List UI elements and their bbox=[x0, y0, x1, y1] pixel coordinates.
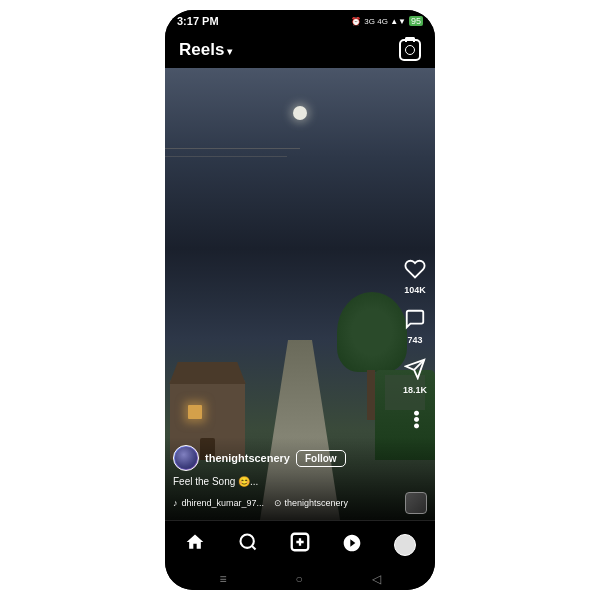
add-icon bbox=[289, 531, 311, 558]
moon-element bbox=[293, 106, 307, 120]
chevron-down-icon: ▾ bbox=[227, 46, 232, 57]
status-icons: ⏰ 3G 4G ▲▼ 95 bbox=[351, 16, 423, 26]
nav-reels[interactable] bbox=[326, 533, 378, 557]
share-count: 18.1K bbox=[403, 385, 427, 395]
comment-count: 743 bbox=[407, 335, 422, 345]
system-nav-bar: ≡ ○ ◁ bbox=[165, 568, 435, 590]
top-nav: Reels ▾ bbox=[165, 32, 435, 68]
svg-point-2 bbox=[240, 535, 253, 548]
home-icon bbox=[185, 532, 205, 557]
bottom-nav bbox=[165, 520, 435, 568]
heart-icon bbox=[401, 255, 429, 283]
more-action[interactable]: ••• bbox=[406, 405, 425, 430]
video-area[interactable]: 104K 743 18.1K bbox=[165, 68, 435, 520]
user-row: thenightscenery Follow bbox=[173, 445, 427, 471]
wire-2 bbox=[165, 156, 287, 157]
music-artist: dhirend_kumar_97... bbox=[182, 498, 265, 508]
video-background: 104K 743 18.1K bbox=[165, 68, 435, 520]
house-roof bbox=[165, 362, 250, 384]
username[interactable]: thenightscenery bbox=[205, 452, 290, 464]
nav-search[interactable] bbox=[221, 532, 273, 557]
reels-icon bbox=[342, 533, 362, 557]
comment-action[interactable]: 743 bbox=[401, 305, 429, 345]
reels-title-group[interactable]: Reels ▾ bbox=[179, 40, 232, 60]
music-row: ♪ dhirend_kumar_97... ⊙ thenightscenery bbox=[173, 492, 427, 514]
caption-text: Feel the Song 😊... bbox=[173, 476, 427, 487]
share-action[interactable]: 18.1K bbox=[401, 355, 429, 395]
music-album-art bbox=[405, 492, 427, 514]
home-button[interactable]: ○ bbox=[295, 572, 302, 586]
bottom-overlay: thenightscenery Follow Feel the Song 😊..… bbox=[165, 437, 435, 520]
music-note-icon: ♪ bbox=[173, 498, 178, 508]
nav-home[interactable] bbox=[169, 532, 221, 557]
phone-frame: 3:17 PM ⏰ 3G 4G ▲▼ 95 Reels ▾ bbox=[165, 10, 435, 590]
tree-top bbox=[337, 292, 407, 372]
avatar-image bbox=[175, 447, 197, 469]
comment-icon bbox=[401, 305, 429, 333]
music-secondary-user: ⊙ thenightscenery bbox=[274, 498, 348, 508]
signal-icons: 3G 4G ▲▼ bbox=[364, 17, 406, 26]
share-icon bbox=[401, 355, 429, 383]
menu-button[interactable]: ≡ bbox=[219, 572, 226, 586]
profile-avatar bbox=[394, 534, 416, 556]
tree-trunk bbox=[367, 370, 375, 420]
like-action[interactable]: 104K bbox=[401, 255, 429, 295]
house-window bbox=[188, 405, 202, 419]
nav-add[interactable] bbox=[274, 531, 326, 558]
battery-icon: 95 bbox=[409, 16, 423, 26]
more-icon: ••• bbox=[405, 410, 426, 429]
back-button[interactable]: ◁ bbox=[372, 572, 381, 586]
reels-label: Reels bbox=[179, 40, 224, 60]
status-bar: 3:17 PM ⏰ 3G 4G ▲▼ 95 bbox=[165, 10, 435, 32]
alarm-icon: ⏰ bbox=[351, 17, 361, 26]
right-actions-panel: 104K 743 18.1K bbox=[401, 255, 429, 430]
avatar[interactable] bbox=[173, 445, 199, 471]
search-icon bbox=[238, 532, 258, 557]
status-time: 3:17 PM bbox=[177, 15, 219, 27]
svg-line-3 bbox=[251, 546, 255, 550]
camera-icon[interactable] bbox=[399, 39, 421, 61]
like-count: 104K bbox=[404, 285, 426, 295]
follow-button[interactable]: Follow bbox=[296, 450, 346, 467]
wire-1 bbox=[165, 148, 300, 149]
nav-profile[interactable] bbox=[379, 534, 431, 556]
